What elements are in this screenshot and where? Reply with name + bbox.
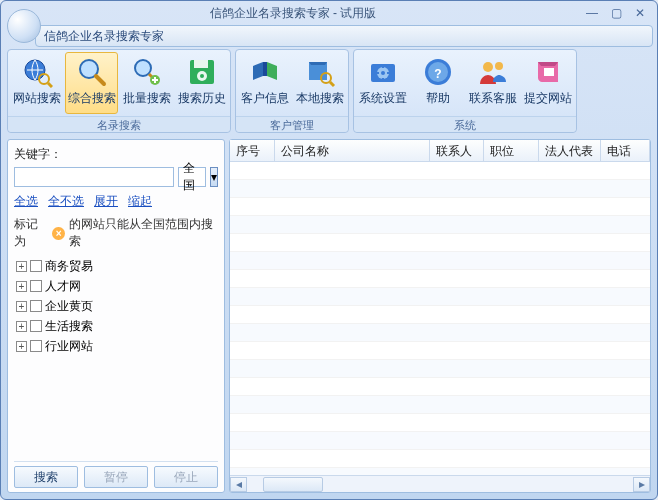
- keyword-input[interactable]: [14, 167, 174, 187]
- tree-checkbox[interactable]: [30, 300, 42, 312]
- tree-expand-icon[interactable]: +: [16, 341, 27, 352]
- floppy-icon: [186, 56, 218, 88]
- ribbon-group-title: 系统: [354, 116, 576, 132]
- book-magnifier-icon: [304, 56, 336, 88]
- ribbon-button-label: 联系客服: [469, 90, 517, 107]
- tree-node[interactable]: +行业网站: [14, 336, 218, 356]
- svg-point-5: [135, 60, 151, 76]
- category-tree: +商务贸易+人才网+企业黄页+生活搜索+行业网站: [14, 256, 218, 459]
- tree-checkbox[interactable]: [30, 280, 42, 292]
- svg-line-13: [330, 82, 334, 86]
- ribbon-button-label: 帮助: [426, 90, 450, 107]
- tree-checkbox[interactable]: [30, 320, 42, 332]
- svg-line-2: [48, 83, 52, 87]
- ribbon-group-title: 名录搜索: [8, 116, 230, 132]
- horizontal-scrollbar[interactable]: ◂ ▸: [230, 475, 650, 492]
- region-select[interactable]: 全国: [178, 167, 206, 187]
- ribbon-floppy-button[interactable]: 搜索历史: [175, 52, 228, 114]
- expand-link[interactable]: 展开: [94, 193, 118, 210]
- search-button[interactable]: 搜索: [14, 466, 78, 488]
- table-row: [230, 288, 650, 306]
- chevron-down-icon: ▾: [211, 170, 217, 184]
- left-button-bar: 搜索 暂停 停止: [14, 461, 218, 488]
- tree-node-label: 商务贸易: [45, 258, 93, 275]
- ribbon-group-title: 客户管理: [236, 116, 348, 132]
- column-header[interactable]: 序号: [230, 140, 275, 161]
- table-row: [230, 270, 650, 288]
- selection-links: 全选 全不选 展开 缩起: [14, 193, 218, 210]
- svg-text:?: ?: [434, 67, 441, 81]
- ribbon-books-button[interactable]: 客户信息: [238, 52, 291, 114]
- table-row: [230, 216, 650, 234]
- ribbon-group: 系统设置?帮助联系客服提交网站系统: [353, 49, 577, 133]
- tree-node-label: 行业网站: [45, 338, 93, 355]
- tree-expand-icon[interactable]: +: [16, 261, 27, 272]
- close-button[interactable]: ✕: [629, 5, 651, 21]
- ribbon-button-label: 系统设置: [359, 90, 407, 107]
- pause-button[interactable]: 暂停: [84, 466, 148, 488]
- app-orb[interactable]: [7, 9, 41, 43]
- ribbon-people-button[interactable]: 联系客服: [466, 52, 519, 114]
- keyword-label: 关键字：: [14, 146, 62, 163]
- table-body: [230, 162, 650, 475]
- workarea: 关键字： 全国 ▾ 全选 全不选 展开 缩起 标记为 × 的网站只能从全国范围内…: [7, 139, 651, 493]
- gear-box-icon: [367, 56, 399, 88]
- results-panel: 序号公司名称联系人职位法人代表电话 ◂ ▸: [229, 139, 651, 493]
- tree-node-label: 企业黄页: [45, 298, 93, 315]
- column-header[interactable]: 职位: [484, 140, 539, 161]
- column-header[interactable]: 联系人: [430, 140, 485, 161]
- table-row: [230, 414, 650, 432]
- tree-expand-icon[interactable]: +: [16, 281, 27, 292]
- tree-checkbox[interactable]: [30, 260, 42, 272]
- table-row: [230, 342, 650, 360]
- ribbon-help-button[interactable]: ?帮助: [411, 52, 464, 114]
- ribbon-button-label: 综合搜索: [68, 90, 116, 107]
- ribbon-magnifier-button[interactable]: 综合搜索: [65, 52, 118, 114]
- select-all-link[interactable]: 全选: [14, 193, 38, 210]
- ribbon-globe-search-button[interactable]: 网站搜索: [10, 52, 63, 114]
- stop-button[interactable]: 停止: [154, 466, 218, 488]
- ribbon-gear-box-button[interactable]: 系统设置: [356, 52, 409, 114]
- svg-point-11: [200, 74, 204, 78]
- table-row: [230, 180, 650, 198]
- scroll-right-button[interactable]: ▸: [633, 477, 650, 492]
- tree-checkbox[interactable]: [30, 340, 42, 352]
- scroll-thumb[interactable]: [263, 477, 323, 492]
- svg-point-21: [495, 62, 503, 70]
- ribbon-button-label: 提交网站: [524, 90, 572, 107]
- scroll-left-button[interactable]: ◂: [230, 477, 247, 492]
- table-row: [230, 432, 650, 450]
- magnifier-icon: [76, 56, 108, 88]
- table-row: [230, 396, 650, 414]
- app-window: 信鸽企业名录搜索专家 - 试用版 — ▢ ✕ 信鸽企业名录搜索专家 网站搜索综合…: [0, 0, 658, 500]
- maximize-button[interactable]: ▢: [605, 5, 627, 21]
- table-row: [230, 198, 650, 216]
- region-dropdown-button[interactable]: ▾: [210, 167, 218, 187]
- menu-tab[interactable]: 信鸽企业名录搜索专家: [35, 25, 653, 47]
- table-row: [230, 324, 650, 342]
- window-title: 信鸽企业名录搜索专家 - 试用版: [210, 5, 377, 22]
- warning-dot-icon: ×: [52, 227, 64, 240]
- tree-node[interactable]: +人才网: [14, 276, 218, 296]
- ribbon-book-magnifier-button[interactable]: 本地搜索: [293, 52, 346, 114]
- collapse-link[interactable]: 缩起: [128, 193, 152, 210]
- scroll-track[interactable]: [247, 477, 633, 492]
- tree-node[interactable]: +企业黄页: [14, 296, 218, 316]
- tree-expand-icon[interactable]: +: [16, 321, 27, 332]
- minimize-button[interactable]: —: [581, 5, 603, 21]
- tree-node-label: 人才网: [45, 278, 81, 295]
- ribbon-button-label: 客户信息: [241, 90, 289, 107]
- ribbon-pink-book-button[interactable]: 提交网站: [521, 52, 574, 114]
- ribbon-button-label: 网站搜索: [13, 90, 61, 107]
- table-row: [230, 360, 650, 378]
- select-none-link[interactable]: 全不选: [48, 193, 84, 210]
- ribbon-magnifier-plus-button[interactable]: 批量搜索: [120, 52, 173, 114]
- tree-node[interactable]: +生活搜索: [14, 316, 218, 336]
- column-header[interactable]: 公司名称: [275, 140, 430, 161]
- table-row: [230, 306, 650, 324]
- tree-node[interactable]: +商务贸易: [14, 256, 218, 276]
- ribbon-button-label: 本地搜索: [296, 90, 344, 107]
- tree-expand-icon[interactable]: +: [16, 301, 27, 312]
- column-header[interactable]: 法人代表: [539, 140, 601, 161]
- column-header[interactable]: 电话: [601, 140, 650, 161]
